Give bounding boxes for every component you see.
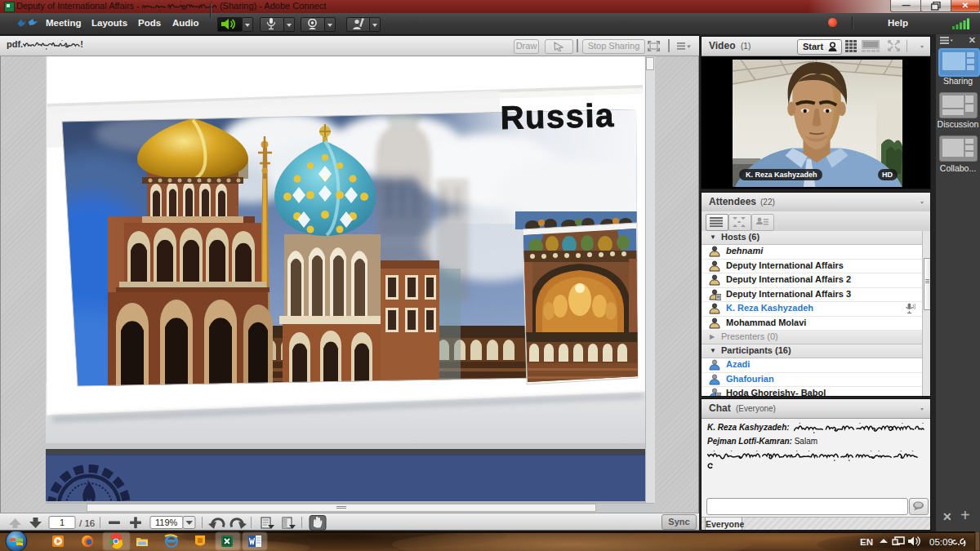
svg-text:1: 1 (60, 518, 65, 527)
svg-text:HD: HD (882, 171, 893, 179)
svg-text:/ 16: / 16 (79, 518, 95, 528)
svg-text:119%: 119% (155, 518, 178, 527)
svg-text:EN: EN (860, 537, 873, 547)
svg-text:K. Reza Kashyzadeh: K. Reza Kashyzadeh (746, 171, 817, 179)
svg-text:05:09: 05:09 (929, 537, 953, 547)
svg-text:Russia: Russia (500, 97, 615, 136)
